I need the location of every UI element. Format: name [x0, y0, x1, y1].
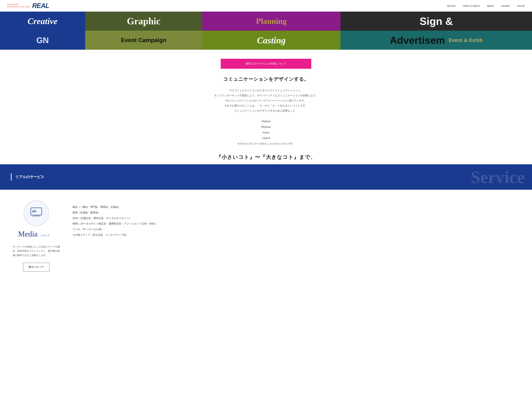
corona-button[interactable]: 新型コロナウイルス対策について	[221, 59, 311, 69]
ad-icon: AD	[30, 207, 43, 219]
body-line-1: マスコミュニケーションからダイレクトコミュニケーションへ、	[212, 88, 320, 93]
nav-news-topics[interactable]: news & topics	[463, 4, 480, 7]
media-title-ja: メディア	[40, 234, 50, 237]
hero-cell-sign: Sign &	[341, 12, 532, 31]
hero-cell-casting: Casting	[202, 31, 341, 50]
body-line-5: コミュニケーションをデザインするために必要なこと、	[212, 108, 320, 113]
media-list: 雑誌（一般誌・専門誌・業界誌・広報誌） 新聞（全国紙・業界紙） OOH（交通広告…	[73, 204, 521, 238]
nav-contact[interactable]: contact	[501, 4, 510, 7]
hero-cell-planning: Planning	[202, 12, 341, 31]
hero-text-planning: Planning	[256, 17, 287, 26]
hero-text-sign: Sign &	[420, 15, 453, 27]
svg-text:AD: AD	[32, 210, 36, 213]
hero-cell-gn: GN	[0, 31, 85, 50]
service-label: リアルのサービス	[15, 174, 44, 179]
hero-text-casting: Casting	[257, 35, 285, 46]
hero-text-event: Event Campaign	[121, 37, 166, 43]
media-right-panel: 雑誌（一般誌・専門誌・業界誌・広報誌） 新聞（全国紙・業界紙） OOH（交通広告…	[73, 201, 521, 238]
media-title: Media	[18, 230, 38, 238]
closing-text: そのホスピタリティがわたしたちのビジネスです。	[212, 141, 320, 147]
hero-cell-graphic: Graphic	[85, 12, 202, 31]
media-list-item: OOH（交通広告・屋外広告・デジタルサイネージ）	[73, 215, 521, 221]
nav-service[interactable]: service	[447, 4, 456, 7]
main-content: 新型コロナウイルス対策について コミュニケーションをデザインする。 マスコミュニ…	[0, 50, 532, 164]
main-headline: コミュニケーションをデザインする。	[212, 76, 320, 82]
body-line-2: そしてインターネットの普及により、ダイバーシティなコミュニケーションが必要となり…	[212, 93, 320, 98]
torihiki-button[interactable]: 取引メディア	[23, 263, 49, 271]
company-name-ja: 総合広告代理店 Radical.Effective.Active.Logical…	[7, 4, 30, 8]
small-headline: 『小さいコト』〜『大きなコト』まで、	[212, 154, 320, 161]
svg-rect-3	[33, 215, 40, 217]
logo-area: 総合広告代理店 Radical.Effective.Active.Logical…	[7, 2, 49, 10]
service-bar-decoration	[11, 173, 12, 181]
logo-tagline: Radical.Effective.Active.Logical.	[7, 6, 30, 8]
brand-logo: REAL	[32, 2, 49, 10]
keyword-radical: Radical	[212, 119, 320, 124]
media-list-item: ラジオ・TV（ローカル局）	[73, 227, 521, 232]
service-big-background-text: Service	[471, 167, 525, 187]
company-name-text: 総合広告代理店	[7, 4, 30, 6]
hero-text-gn: GN	[36, 35, 49, 45]
media-section: AD Media メディア ターゲットや目的によって広告メディアを選定、訴求内容…	[0, 190, 532, 282]
hero-cell-advertisement: Advertisem Event & Exhib	[341, 31, 532, 50]
main-nav: service news & topics about contact recr…	[447, 4, 525, 7]
hero-banner: Creative Graphic Planning Sign & GN Even…	[0, 12, 532, 50]
keyword-effective: Effective	[212, 124, 320, 130]
media-list-item: WEB（ポータルサイト純広告・運用型広告・アフィリエイト広告・SNS）	[73, 221, 521, 227]
site-header: 総合広告代理店 Radical.Effective.Active.Logical…	[0, 0, 532, 12]
hero-cell-event-campaign: Event Campaign	[85, 31, 202, 50]
media-left-panel: AD Media メディア ターゲットや目的によって広告メディアを選定、訴求内容…	[11, 201, 62, 271]
body-line-4: それでも変わらないことは、「人」から「人」へ伝えるということです。	[212, 103, 320, 108]
hero-cell-creative: Creative	[0, 12, 85, 31]
hero-text-event-exhibit: Event & Exhib	[449, 37, 483, 43]
keywords-block: Radical Effective Active Logical そのホスピタリ…	[212, 119, 320, 147]
service-section: リアルのサービス Service	[0, 164, 532, 190]
keyword-active: Active	[212, 130, 320, 136]
hero-text-advertisement: Advertisem	[390, 34, 445, 46]
media-list-item: 新聞（全国紙・業界紙）	[73, 210, 521, 215]
nav-about[interactable]: about	[487, 4, 494, 7]
keyword-logical: Logical	[212, 135, 320, 141]
hero-text-graphic: Graphic	[127, 16, 160, 27]
media-title-area: Media メディア	[18, 229, 54, 238]
media-list-item: その他メディア（求人広告・ニッチメディア等）	[73, 232, 521, 238]
nav-recruit[interactable]: recruit	[517, 4, 525, 7]
body-line-3: 今もコミュニケーションはトランスフォーメーションし続けています。	[212, 98, 320, 103]
main-body: マスコミュニケーションからダイレクトコミュニケーションへ、 そしてインターネット…	[212, 88, 320, 113]
media-list-item: 雑誌（一般誌・専門誌・業界誌・広報誌）	[73, 204, 521, 210]
hero-text-creative: Creative	[28, 16, 57, 26]
media-description: ターゲットや目的によって広告メディアを選定、訴求内容をプランニングし、最大限の効…	[13, 245, 60, 257]
service-section-inner: リアルのサービス	[11, 173, 521, 181]
media-icon-circle: AD	[24, 201, 49, 226]
